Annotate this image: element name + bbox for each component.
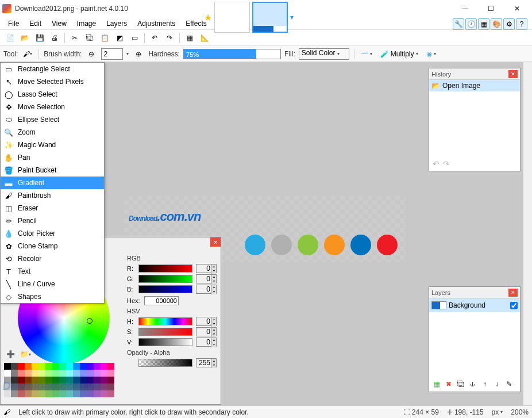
tool-move-selection[interactable]: ✥Move Selection [1, 101, 104, 113]
status-unit[interactable]: px ▾ [492, 408, 503, 416]
print-button[interactable]: 🖨 [48, 32, 61, 44]
close-button[interactable]: ✕ [504, 0, 530, 17]
layer-item[interactable]: Background [429, 298, 520, 312]
palette-menu-button[interactable]: 📁▾ [19, 348, 32, 361]
v-input[interactable]: 0▴▾ [196, 338, 217, 347]
thumbnails-dropdown-icon[interactable]: ▾ [290, 13, 294, 21]
palette-swatch[interactable] [73, 363, 80, 370]
tool-recolor[interactable]: ⟲Recolor [1, 252, 104, 265]
tool-zoom[interactable]: 🔍Zoom [1, 126, 104, 139]
move-down-button[interactable]: ↓ [492, 379, 502, 389]
palette-swatch[interactable] [101, 390, 107, 397]
tool-move-selected-pixels[interactable]: ↖Move Selected Pixels [1, 75, 104, 88]
history-undo-icon[interactable]: ↶ [433, 159, 440, 168]
hex-input[interactable] [144, 296, 179, 305]
g-input[interactable]: 0▴▾ [196, 274, 217, 283]
tool-paintbrush[interactable]: 🖌Paintbrush [1, 189, 104, 202]
r-input[interactable]: 0▴▾ [196, 264, 217, 273]
tool-pan[interactable]: ✋Pan [1, 151, 104, 164]
tool-rectangle-select[interactable]: ▭Rectangle Select [1, 63, 104, 75]
palette-swatch[interactable] [52, 363, 59, 370]
r-slider[interactable] [138, 264, 192, 273]
colors-close-button[interactable]: ✕ [210, 237, 221, 247]
brush-width-input[interactable] [101, 48, 123, 60]
layers-window-icon[interactable]: ▦ [478, 18, 489, 30]
palette-swatch[interactable] [101, 370, 107, 377]
palette-swatch[interactable] [101, 377, 107, 384]
palette-swatch[interactable] [38, 363, 45, 370]
paste-button[interactable]: 📋 [98, 32, 111, 44]
current-tool-icon[interactable]: 🖌▾ [21, 48, 34, 60]
merge-layer-button[interactable]: ⫝ [468, 379, 478, 389]
palette-swatch[interactable] [18, 363, 25, 370]
palette-swatch[interactable] [11, 363, 18, 370]
menu-file[interactable]: File [3, 18, 24, 29]
s-input[interactable]: 0▴▾ [196, 327, 217, 336]
redo-button[interactable]: ↷ [163, 32, 176, 44]
move-up-button[interactable]: ↑ [480, 379, 490, 389]
maximize-button[interactable]: ☐ [478, 0, 504, 17]
ruler-button[interactable]: 📐 [198, 32, 211, 44]
delete-layer-button[interactable]: ✖ [444, 379, 454, 389]
palette-swatch[interactable] [38, 370, 45, 377]
palette-swatch[interactable] [25, 363, 32, 370]
brush-decrease-button[interactable]: ⊖ [85, 48, 98, 60]
menu-image[interactable]: Image [72, 18, 101, 29]
tool-magic-wand[interactable]: ✨Magic Wand [1, 139, 104, 151]
menu-edit[interactable]: Edit [25, 18, 46, 29]
palette-swatch[interactable] [45, 370, 52, 377]
tool-pencil[interactable]: ✏Pencil [1, 214, 104, 227]
g-slider[interactable] [138, 275, 192, 283]
opacity-slider[interactable] [138, 359, 192, 367]
layer-visibility-checkbox[interactable] [510, 302, 518, 309]
gradient-type-button[interactable]: ◉▾ [424, 48, 438, 60]
palette-swatch[interactable] [101, 384, 107, 390]
palette-swatch[interactable] [18, 370, 25, 377]
history-close-button[interactable]: ✕ [508, 70, 518, 78]
palette-swatch[interactable] [66, 363, 73, 370]
cut-button[interactable]: ✂ [68, 32, 81, 44]
brush-dropdown-icon[interactable]: ▾ [126, 51, 129, 56]
palette-swatch[interactable] [94, 363, 101, 370]
tool-text[interactable]: TText [1, 265, 104, 278]
s-slider[interactable] [138, 328, 192, 336]
palette-swatch[interactable] [4, 370, 11, 377]
opacity-input[interactable]: 255▴▾ [196, 358, 217, 367]
palette-swatch[interactable] [4, 363, 11, 370]
antialias-button[interactable]: 〰▾ [359, 48, 375, 60]
palette-swatch[interactable] [25, 370, 32, 377]
tool-eraser[interactable]: ◫Eraser [1, 202, 104, 214]
deselect-button[interactable]: ▭ [128, 32, 141, 44]
blend-mode-button[interactable]: 🧪Multiply▾ [378, 48, 421, 60]
add-layer-button[interactable]: ▦ [431, 379, 442, 389]
palette-swatch[interactable] [73, 370, 80, 377]
tool-gradient[interactable]: ▬Gradient [1, 177, 104, 189]
tool-clone-stamp[interactable]: ✿Clone Stamp [1, 240, 104, 252]
palette-swatch[interactable] [87, 363, 94, 370]
tool-color-picker[interactable]: 💧Color Picker [1, 227, 104, 240]
palette-swatch[interactable] [107, 377, 114, 384]
palette-swatch[interactable] [32, 370, 38, 377]
b-slider[interactable] [138, 285, 192, 293]
fill-select[interactable]: Solid Color ▾ [299, 48, 349, 60]
history-item[interactable]: 📂 Open Image [429, 80, 520, 91]
palette-swatch[interactable] [80, 363, 87, 370]
copy-button[interactable]: ⿻ [83, 32, 96, 44]
save-button[interactable]: 💾 [33, 32, 46, 44]
palette-swatch[interactable] [59, 363, 66, 370]
tool-line-curve[interactable]: ╲Line / Curve [1, 278, 104, 290]
h-slider[interactable] [138, 317, 192, 325]
tool-lasso-select[interactable]: ◯Lasso Select [1, 88, 104, 101]
layer-props-button[interactable]: ✎ [504, 379, 514, 389]
tools-window-icon[interactable]: 🔧 [453, 18, 464, 30]
history-window-icon[interactable]: 🕘 [465, 18, 477, 30]
colors-window-icon[interactable]: 🎨 [491, 18, 502, 30]
settings-icon[interactable]: ⚙ [503, 18, 515, 30]
thumbnail-1[interactable] [214, 2, 250, 33]
b-input[interactable]: 0▴▾ [196, 285, 217, 294]
palette-swatch[interactable] [45, 363, 52, 370]
menu-layers[interactable]: Layers [102, 18, 132, 29]
palette-swatch[interactable] [87, 370, 94, 377]
brush-increase-button[interactable]: ⊕ [132, 48, 145, 60]
menu-adjustments[interactable]: Adjustments [133, 18, 180, 29]
